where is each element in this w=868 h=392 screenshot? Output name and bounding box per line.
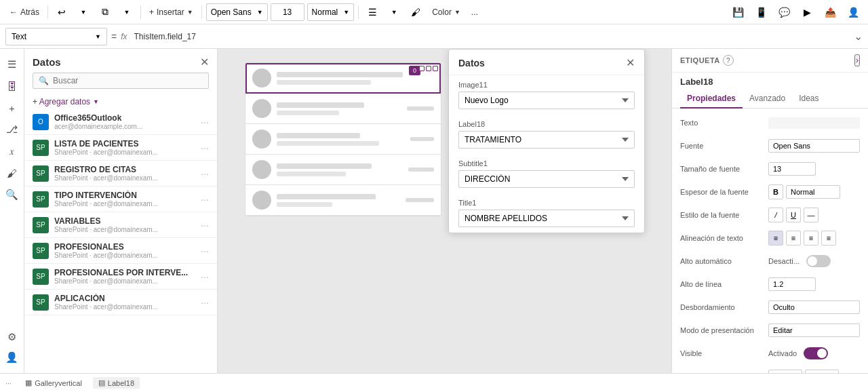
label18-select[interactable]: TRATAMIENTO [458, 131, 635, 149]
font-style-dropdown[interactable]: Normal ▼ [307, 3, 355, 21]
database-icon-button[interactable]: 🗄 [2, 76, 22, 96]
align-dropdown-button[interactable]: ▼ [384, 3, 403, 22]
data-panel-close-button[interactable]: ✕ [200, 56, 209, 68]
data-item-1[interactable]: SP LISTA DE PACIENTES SharePoint · acer@… [24, 135, 217, 161]
image11-select[interactable]: Nuevo Logo [458, 92, 635, 109]
comment-icon-button[interactable]: 💬 [774, 3, 793, 22]
subtitle1-select[interactable]: DIRECCIÓN [458, 170, 635, 188]
brush-icon-button[interactable]: 🖌 [2, 163, 22, 183]
prop-alto-linea: Alto de línea [680, 275, 860, 293]
play-icon-button[interactable]: ▶ [797, 3, 816, 22]
datos-modal-title: Datos [458, 58, 485, 68]
bold-button[interactable]: B [768, 184, 783, 199]
back-button[interactable]: ← Atrás [5, 6, 43, 18]
alto-auto-toggle[interactable] [806, 255, 831, 267]
copy-button[interactable]: ⧉ [96, 3, 115, 22]
gallery-item-5[interactable] [245, 185, 441, 216]
item-date-2 [407, 106, 434, 111]
data-item-more-6[interactable]: ··· [201, 271, 209, 282]
account-icon-button[interactable]: 👤 [844, 3, 863, 22]
alto-linea-input[interactable] [768, 277, 816, 291]
copy-dropdown-button[interactable]: ▼ [117, 3, 136, 22]
undo-dropdown-button[interactable]: ▼ [74, 3, 93, 22]
more-button[interactable]: ... [467, 6, 482, 18]
font-family-dropdown[interactable]: Open Sans ▼ [206, 3, 268, 21]
align-button[interactable]: ☰ [363, 3, 382, 22]
label-name: Label18 [108, 379, 134, 387]
espesor-label: Espesor de la fuente [680, 188, 768, 196]
title1-select[interactable]: NOMBRE APELLIDOS [458, 210, 635, 227]
modo-select[interactable]: Editar [768, 324, 860, 337]
formula-input[interactable] [132, 31, 850, 43]
align-right-button[interactable]: ≡ [804, 231, 818, 246]
gallery-item-1[interactable]: 0 [245, 63, 441, 94]
handle-3[interactable] [433, 66, 438, 71]
italic-button[interactable]: / [768, 208, 783, 222]
tamano-input[interactable] [768, 162, 816, 176]
insert-icon-button[interactable]: + [2, 98, 22, 118]
type-selector[interactable]: Text ▼ [5, 28, 107, 45]
align-justify-button[interactable]: ≡ [821, 231, 836, 246]
data-item-7[interactable]: SP APLICACIÓN SharePoint · acer@domainex… [24, 290, 217, 315]
data-item-more-7[interactable]: ··· [201, 297, 209, 308]
settings-icon-button[interactable]: ⚙ [2, 327, 22, 347]
data-item-sub-3: SharePoint · acer@domainexam... [54, 200, 195, 208]
tab-propiedades[interactable]: Propiedades [680, 90, 743, 109]
help-icon[interactable]: ? [723, 55, 734, 66]
data-item-more-2[interactable]: ··· [201, 168, 209, 179]
publish-icon-button[interactable]: 📤 [821, 3, 840, 22]
color-button[interactable]: Color ▼ [428, 6, 465, 18]
align-left-button[interactable]: ≡ [768, 231, 783, 246]
data-item-0[interactable]: O Office365Outlook acer@domainexample.co… [24, 109, 217, 135]
data-item-more-3[interactable]: ··· [201, 194, 209, 205]
desbordamiento-label: Desbordamiento [680, 303, 768, 311]
tree-icon-button[interactable]: ⎇ [2, 119, 22, 140]
data-item-6[interactable]: SP PROFESIONALES POR INTERVE... SharePoi… [24, 264, 217, 290]
data-item-3[interactable]: SP TIPO INTERVENCIÓN SharePoint · acer@d… [24, 187, 217, 212]
bottom-gallery-item[interactable]: ▦ Galleryvertical [20, 377, 87, 389]
data-item-more-4[interactable]: ··· [201, 220, 209, 231]
account-sidebar-icon-button[interactable]: 👤 [2, 347, 22, 368]
search-icon-button[interactable]: 🔍 [2, 184, 22, 205]
data-item-5[interactable]: SP PROFESIONALES SharePoint · acer@domai… [24, 238, 217, 264]
insert-button[interactable]: + Insertar ▼ [145, 6, 197, 18]
desbordamiento-select[interactable]: Oculto [768, 300, 860, 314]
phone-icon-button[interactable]: 📱 [751, 3, 770, 22]
add-data-button[interactable]: + Agregar datos ▼ [24, 94, 217, 109]
data-item-icon-3: SP [33, 191, 49, 208]
posicion-y-input[interactable] [805, 370, 839, 373]
visible-toggle[interactable] [804, 347, 828, 359]
strikethrough-button[interactable]: — [804, 208, 818, 222]
data-item-4[interactable]: SP VARIABLES SharePoint · acer@domainexa… [24, 212, 217, 238]
fx-label: fx [121, 32, 127, 41]
gallery-item-2[interactable] [245, 94, 441, 124]
subtitle1-label: Subtitle1 [458, 159, 635, 168]
data-item-more-0[interactable]: ··· [201, 117, 209, 128]
fuente-select[interactable]: Open Sans [768, 139, 860, 153]
bottom-label-item[interactable]: ▤ Label18 [93, 377, 140, 389]
align-center-button[interactable]: ≡ [786, 231, 801, 246]
paint-icon[interactable]: 🖌 [406, 3, 425, 22]
formula-expand-icon[interactable]: ⌄ [854, 30, 863, 43]
expand-props-button[interactable]: › [854, 54, 860, 66]
data-search-input[interactable] [53, 76, 203, 85]
save-icon-button[interactable]: 💾 [728, 3, 747, 22]
handle-1[interactable] [419, 66, 425, 71]
tab-avanzado[interactable]: Avanzado [743, 90, 792, 109]
data-item-more-5[interactable]: ··· [201, 246, 209, 256]
data-item-2[interactable]: SP REGISTRO DE CITAS SharePoint · acer@d… [24, 161, 217, 187]
undo-button[interactable]: ↩ [52, 3, 71, 22]
gallery-item-4[interactable] [245, 155, 441, 185]
gallery-item-3[interactable] [245, 124, 441, 155]
datos-modal-close-button[interactable]: ✕ [626, 56, 635, 69]
variable-icon-button[interactable]: 𝑥 [2, 141, 22, 161]
data-item-sub-7: SharePoint · acer@domainexam... [54, 303, 195, 311]
font-size-input[interactable] [271, 3, 304, 21]
underline-button[interactable]: U [786, 208, 801, 222]
espesor-select[interactable]: Normal [786, 185, 840, 199]
tab-ideas[interactable]: Ideas [792, 90, 825, 109]
posicion-x-input[interactable] [768, 370, 802, 373]
menu-icon-button[interactable]: ☰ [2, 54, 22, 75]
data-item-more-1[interactable]: ··· [201, 142, 209, 153]
handle-2[interactable] [426, 66, 431, 71]
